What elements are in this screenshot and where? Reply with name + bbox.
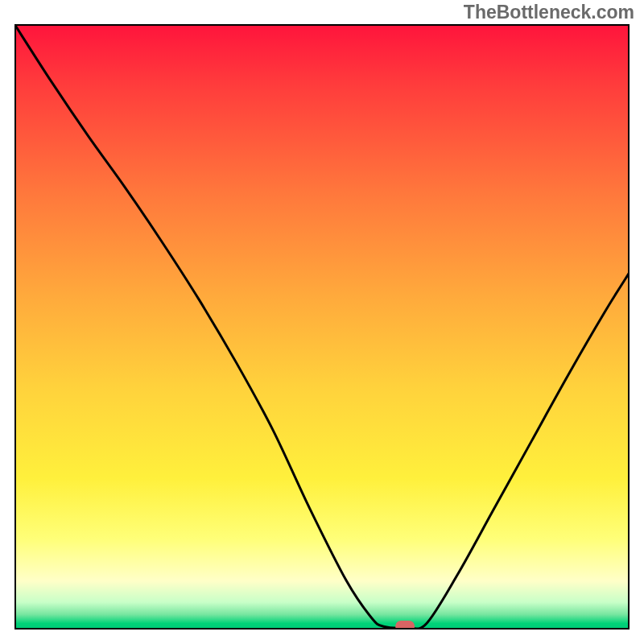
gradient-background: [14, 24, 630, 630]
plot-area: [14, 24, 630, 630]
chart-container: TheBottleneck.com: [0, 0, 644, 644]
watermark-label: TheBottleneck.com: [464, 2, 634, 23]
chart-svg: [14, 24, 630, 630]
